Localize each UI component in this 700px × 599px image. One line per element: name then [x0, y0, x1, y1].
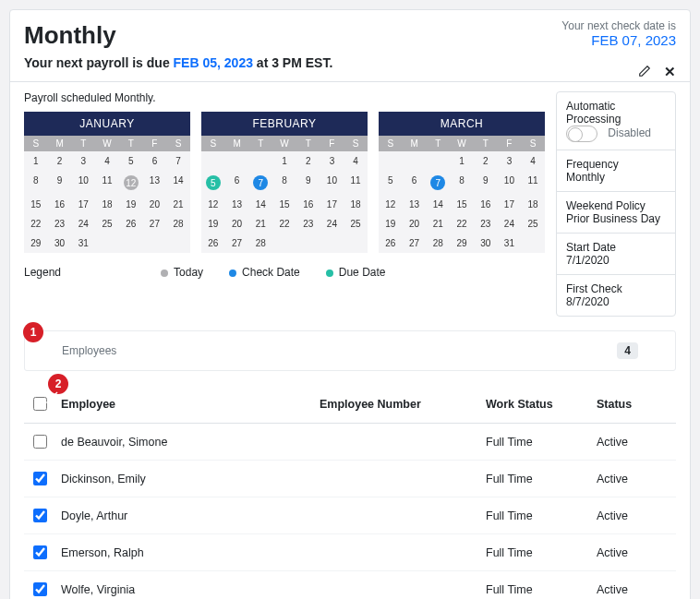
- due-date-link[interactable]: FEB 05, 2023: [174, 55, 253, 70]
- day-cell[interactable]: 6: [225, 171, 249, 195]
- day-cell[interactable]: 15: [24, 195, 48, 214]
- day-cell[interactable]: 5: [119, 151, 143, 171]
- day-cell[interactable]: 14: [166, 171, 190, 195]
- col-number[interactable]: Employee Number: [314, 385, 480, 424]
- day-cell[interactable]: 9: [474, 171, 498, 195]
- day-cell[interactable]: 14: [426, 195, 450, 214]
- day-cell[interactable]: 31: [71, 234, 95, 253]
- day-cell[interactable]: 11: [521, 171, 545, 195]
- table-row[interactable]: de Beauvoir, SimoneFull TimeActive: [24, 424, 676, 461]
- day-cell[interactable]: 16: [474, 195, 498, 214]
- day-cell[interactable]: 27: [143, 214, 167, 234]
- day-cell[interactable]: 7: [166, 151, 190, 171]
- row-checkbox[interactable]: [33, 545, 47, 559]
- day-cell[interactable]: 21: [426, 214, 450, 234]
- auto-toggle[interactable]: [566, 126, 597, 142]
- day-cell[interactable]: 18: [95, 195, 119, 214]
- day-cell[interactable]: 26: [379, 234, 403, 253]
- row-checkbox[interactable]: [33, 582, 47, 596]
- day-cell[interactable]: 9: [296, 171, 320, 195]
- day-cell[interactable]: 5: [201, 171, 225, 195]
- day-cell[interactable]: 26: [119, 214, 143, 234]
- row-checkbox[interactable]: [33, 509, 47, 522]
- day-cell[interactable]: 8: [272, 171, 296, 195]
- day-cell[interactable]: 2: [48, 151, 72, 171]
- day-cell[interactable]: 23: [474, 214, 498, 234]
- day-cell[interactable]: 6: [403, 171, 427, 195]
- day-cell[interactable]: 25: [344, 214, 368, 234]
- day-cell[interactable]: 10: [320, 171, 344, 195]
- day-cell[interactable]: 4: [521, 151, 545, 171]
- col-status[interactable]: Status: [591, 385, 676, 424]
- day-cell[interactable]: 23: [296, 214, 320, 234]
- day-cell[interactable]: 7: [248, 171, 272, 195]
- day-cell[interactable]: 3: [498, 151, 522, 171]
- table-row[interactable]: Doyle, ArthurFull TimeActive: [24, 497, 676, 534]
- day-cell[interactable]: 16: [296, 195, 320, 214]
- close-icon[interactable]: ✕: [664, 64, 676, 80]
- day-cell[interactable]: 22: [24, 214, 48, 234]
- day-cell[interactable]: 21: [248, 214, 272, 234]
- day-cell[interactable]: 14: [248, 195, 272, 214]
- day-cell[interactable]: 15: [272, 195, 296, 214]
- day-cell[interactable]: 8: [24, 171, 48, 195]
- col-work[interactable]: Work Status: [480, 385, 591, 424]
- day-cell[interactable]: 13: [143, 171, 167, 195]
- table-row[interactable]: Dickinson, EmilyFull TimeActive: [24, 461, 676, 497]
- day-cell[interactable]: 27: [225, 234, 249, 253]
- day-cell[interactable]: 25: [95, 214, 119, 234]
- day-cell[interactable]: 21: [166, 195, 190, 214]
- day-cell[interactable]: 10: [498, 171, 522, 195]
- table-row[interactable]: Emerson, RalphFull TimeActive: [24, 534, 676, 571]
- day-cell[interactable]: 16: [48, 195, 72, 214]
- next-check-date[interactable]: FEB 07, 2023: [591, 32, 676, 48]
- day-cell[interactable]: 11: [95, 171, 119, 195]
- col-employee[interactable]: Employee: [55, 385, 314, 424]
- day-cell[interactable]: 1: [450, 151, 474, 171]
- day-cell[interactable]: 25: [521, 214, 545, 234]
- day-cell[interactable]: 6: [143, 151, 167, 171]
- day-cell[interactable]: 28: [166, 214, 190, 234]
- table-row[interactable]: Wolfe, VirginiaFull TimeActive: [24, 571, 676, 600]
- day-cell[interactable]: 17: [498, 195, 522, 214]
- day-cell[interactable]: 23: [48, 214, 72, 234]
- day-cell[interactable]: 11: [344, 171, 368, 195]
- day-cell[interactable]: 12: [119, 171, 143, 195]
- day-cell[interactable]: 30: [48, 234, 72, 253]
- day-cell[interactable]: 1: [24, 151, 48, 171]
- day-cell[interactable]: 27: [403, 234, 427, 253]
- day-cell[interactable]: 28: [426, 234, 450, 253]
- day-cell[interactable]: 22: [450, 214, 474, 234]
- day-cell[interactable]: 18: [344, 195, 368, 214]
- day-cell[interactable]: 9: [48, 171, 72, 195]
- day-cell[interactable]: 8: [450, 171, 474, 195]
- day-cell[interactable]: 31: [498, 234, 522, 253]
- day-cell[interactable]: 4: [344, 151, 368, 171]
- day-cell[interactable]: 19: [119, 195, 143, 214]
- day-cell[interactable]: 3: [320, 151, 344, 171]
- edit-icon[interactable]: [638, 65, 651, 80]
- day-cell[interactable]: 17: [320, 195, 344, 214]
- day-cell[interactable]: 7: [426, 171, 450, 195]
- day-cell[interactable]: 20: [403, 214, 427, 234]
- day-cell[interactable]: 20: [143, 195, 167, 214]
- day-cell[interactable]: 17: [71, 195, 95, 214]
- day-cell[interactable]: 26: [201, 234, 225, 253]
- day-cell[interactable]: 1: [272, 151, 296, 171]
- day-cell[interactable]: 28: [248, 234, 272, 253]
- day-cell[interactable]: 13: [225, 195, 249, 214]
- day-cell[interactable]: 3: [71, 151, 95, 171]
- row-checkbox[interactable]: [33, 472, 47, 485]
- day-cell[interactable]: 18: [521, 195, 545, 214]
- day-cell[interactable]: 24: [71, 214, 95, 234]
- day-cell[interactable]: 12: [201, 195, 225, 214]
- day-cell[interactable]: 19: [201, 214, 225, 234]
- day-cell[interactable]: 13: [403, 195, 427, 214]
- day-cell[interactable]: 2: [296, 151, 320, 171]
- row-checkbox[interactable]: [33, 435, 47, 449]
- day-cell[interactable]: 2: [474, 151, 498, 171]
- day-cell[interactable]: 10: [71, 171, 95, 195]
- day-cell[interactable]: 29: [24, 234, 48, 253]
- day-cell[interactable]: 22: [272, 214, 296, 234]
- day-cell[interactable]: 30: [474, 234, 498, 253]
